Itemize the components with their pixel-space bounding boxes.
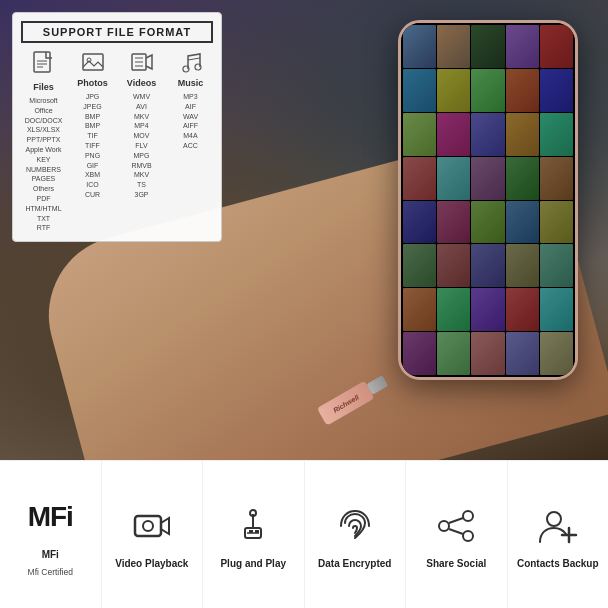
photo-thumb: [506, 157, 539, 200]
video-icon-area: [132, 500, 172, 552]
photo-thumb: [540, 157, 573, 200]
feature-item-video: Video Playback: [102, 461, 204, 608]
music-items: MP3AIFWAVAIFFM4AACC: [183, 92, 198, 151]
photo-thumb: [437, 332, 470, 375]
videos-icon: [131, 51, 153, 76]
photo-thumb: [506, 201, 539, 244]
photo-thumb: [540, 244, 573, 287]
svg-point-15: [143, 521, 153, 531]
feature-item-plug: Plug and Play: [203, 461, 305, 608]
encrypted-icon-area: [335, 500, 375, 552]
photos-items: JPGJPEGBMPBMPTIFTIFFPNGGIFXBMICOCUR: [83, 92, 101, 200]
contacts-icon-area: [538, 500, 578, 552]
format-col-photos: Photos JPGJPEGBMPBMPTIFTIFFPNGGIFXBMICOC…: [70, 51, 115, 233]
social-icon-area: [436, 500, 476, 552]
music-icon: [180, 51, 202, 76]
svg-line-25: [449, 518, 463, 523]
camera-icon: [132, 506, 172, 546]
svg-point-24: [463, 531, 473, 541]
main-container: SUPPORT FILE FORMAT Files: [0, 0, 608, 608]
photo-thumb: [437, 201, 470, 244]
photo-thumb: [437, 25, 470, 68]
photo-thumb: [540, 69, 573, 112]
svg-rect-21: [255, 530, 259, 533]
contacts-label: Contacts Backup: [517, 558, 599, 570]
photo-thumb: [403, 288, 436, 331]
phone-screen: [401, 23, 575, 377]
mfi-label: MFi: [42, 549, 59, 561]
photo-thumb: [437, 69, 470, 112]
fingerprint-icon: [335, 506, 375, 546]
feature-item-social: Share Social: [406, 461, 508, 608]
social-label: Share Social: [426, 558, 486, 570]
feature-item-encrypted: Data Encrypted: [305, 461, 407, 608]
photo-thumb: [506, 69, 539, 112]
photo-thumb: [471, 157, 504, 200]
files-items: Microsoft OfficeDOC/DOCXXLS/XLSXPPT/PPTX…: [21, 96, 66, 233]
mfi-label-sub: Mfi Certified: [28, 567, 73, 577]
photo-thumb: [471, 113, 504, 156]
photo-thumb: [437, 288, 470, 331]
svg-line-12: [188, 58, 200, 60]
plug-icon-area: [233, 500, 273, 552]
videos-col-header: Videos: [127, 78, 156, 88]
files-icon: [33, 51, 55, 80]
svg-point-22: [463, 511, 473, 521]
photo-thumb: [506, 25, 539, 68]
photo-thumb: [540, 113, 573, 156]
plug-label: Plug and Play: [220, 558, 286, 570]
photo-thumb: [471, 244, 504, 287]
svg-rect-4: [83, 54, 103, 70]
format-col-files: Files Microsoft OfficeDOC/DOCXXLS/XLSXPP…: [21, 51, 66, 233]
photo-thumb: [403, 157, 436, 200]
photo-thumb: [506, 288, 539, 331]
photo-thumb: [437, 113, 470, 156]
mfi-icon-area: MFi: [28, 491, 73, 543]
photo-thumb: [403, 25, 436, 68]
format-col-videos: Videos WMVAVIMKVMP4MOVFLVMPGRMVBMKVTS3GP: [119, 51, 164, 233]
photo-thumb: [506, 332, 539, 375]
format-title: SUPPORT FILE FORMAT: [21, 21, 213, 43]
feature-item-mfi: MFi MFi Mfi Certified: [0, 461, 102, 608]
share-icon: [436, 506, 476, 546]
svg-rect-20: [249, 530, 253, 533]
photo-thumb: [471, 25, 504, 68]
feature-item-contacts: Contacts Backup: [508, 461, 609, 608]
photo-thumb: [540, 25, 573, 68]
video-label: Video Playback: [115, 558, 188, 570]
photo-thumb: [540, 201, 573, 244]
photos-icon: [82, 51, 104, 76]
usb-icon: [233, 506, 273, 546]
svg-rect-13: [135, 516, 161, 536]
mfi-icon: MFi: [28, 501, 73, 533]
svg-point-18: [250, 510, 256, 516]
feature-bar: MFi MFi Mfi Certified Video Playback: [0, 460, 608, 608]
format-box: SUPPORT FILE FORMAT Files: [12, 12, 222, 242]
svg-point-27: [547, 512, 561, 526]
videos-items: WMVAVIMKVMP4MOVFLVMPGRMVBMKVTS3GP: [131, 92, 151, 200]
photo-thumb: [540, 288, 573, 331]
photos-col-header: Photos: [77, 78, 108, 88]
photo-thumb: [540, 332, 573, 375]
files-col-header: Files: [33, 82, 54, 92]
format-grid: Files Microsoft OfficeDOC/DOCXXLS/XLSXPP…: [21, 51, 213, 233]
photo-thumb: [471, 288, 504, 331]
photo-thumb: [403, 244, 436, 287]
photo-thumb: [471, 69, 504, 112]
photo-thumb: [506, 244, 539, 287]
music-col-header: Music: [178, 78, 204, 88]
photo-thumb: [437, 157, 470, 200]
format-col-music: Music MP3AIFWAVAIFFM4AACC: [168, 51, 213, 233]
photo-thumb: [471, 332, 504, 375]
photo-thumb: [437, 244, 470, 287]
person-add-icon: [538, 506, 578, 546]
photo-thumb: [471, 201, 504, 244]
photo-thumb: [403, 332, 436, 375]
photo-thumb: [403, 113, 436, 156]
svg-rect-0: [34, 52, 50, 72]
svg-line-26: [449, 529, 463, 534]
photo-thumb: [506, 113, 539, 156]
photo-area: SUPPORT FILE FORMAT Files: [0, 0, 608, 460]
encrypted-label: Data Encrypted: [318, 558, 391, 570]
svg-point-23: [439, 521, 449, 531]
